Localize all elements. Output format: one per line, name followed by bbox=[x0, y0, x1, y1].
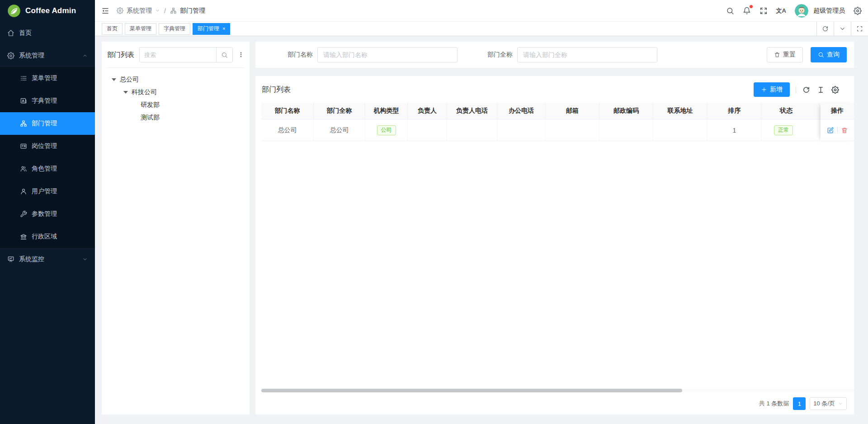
breadcrumb-current: 部门管理 bbox=[180, 7, 205, 15]
tree-search-input[interactable] bbox=[140, 48, 216, 62]
fullscreen-icon[interactable] bbox=[760, 7, 768, 15]
dept-fullname-label: 部门全称 bbox=[487, 51, 513, 59]
department-table: 部门名称 部门全称 机构类型 负责人 负责人电话 办公电话 邮箱 邮政编码 联系… bbox=[261, 103, 854, 141]
settings-gear-icon[interactable] bbox=[854, 7, 862, 15]
user-icon bbox=[20, 188, 27, 195]
department-table-card: 部门列表 新增 bbox=[255, 76, 854, 414]
tree-node-head-office[interactable]: 总公司 bbox=[107, 73, 244, 86]
search-button[interactable]: 查询 bbox=[811, 47, 847, 62]
tree-node-test-dept[interactable]: 测试部 bbox=[107, 111, 244, 124]
department-tree-panel: 部门列表 总公司 科技公司 bbox=[102, 42, 250, 414]
menu-fold-icon[interactable] bbox=[101, 7, 109, 15]
user-avatar[interactable] bbox=[795, 4, 808, 18]
table-row-height-icon[interactable] bbox=[817, 86, 825, 94]
add-button[interactable]: 新增 bbox=[754, 82, 790, 97]
sidebar-submenu-system: 菜单管理 字典管理 部门管理 岗位管理 角色管理 用户管理 bbox=[0, 67, 95, 248]
app-logo: Coffee Admin bbox=[0, 0, 95, 22]
org-type-tag: 公司 bbox=[377, 125, 396, 135]
breadcrumb-parent[interactable]: 系统管理 bbox=[127, 7, 152, 15]
edit-row-icon[interactable] bbox=[827, 127, 834, 134]
tree-node-rd-dept[interactable]: 研发部 bbox=[107, 99, 244, 111]
gear-icon bbox=[117, 7, 123, 14]
username[interactable]: 超级管理员 bbox=[813, 7, 845, 15]
roles-icon bbox=[20, 165, 27, 172]
gear-icon bbox=[7, 52, 14, 59]
pagination-total: 共 1 条数据 bbox=[759, 400, 789, 408]
id-badge-icon bbox=[20, 143, 27, 150]
tabs-refresh-icon[interactable] bbox=[816, 22, 834, 36]
sidebar-item-system-management[interactable]: 系统管理 bbox=[0, 44, 95, 67]
trash-icon bbox=[774, 52, 780, 58]
dept-name-label: 部门名称 bbox=[288, 51, 313, 59]
chevron-down-icon bbox=[82, 257, 88, 262]
filter-form: 部门名称 部门全称 重置 查询 bbox=[255, 42, 854, 68]
chevron-down-icon bbox=[838, 401, 843, 406]
menu-list-icon bbox=[20, 75, 27, 82]
org-chart-icon bbox=[170, 7, 177, 14]
topbar: 系统管理 / 部门管理 文A bbox=[95, 0, 868, 22]
sidebar-item-user-management[interactable]: 用户管理 bbox=[0, 180, 95, 203]
tab-close-icon[interactable]: × bbox=[222, 26, 225, 31]
fixed-operation-column: 操作 bbox=[821, 103, 854, 141]
translate-icon[interactable]: 文A bbox=[776, 7, 786, 15]
col-office-phone: 办公电话 bbox=[497, 103, 546, 119]
search-icon bbox=[818, 52, 824, 58]
search-icon bbox=[221, 52, 228, 58]
col-operation: 操作 bbox=[821, 103, 854, 119]
pagination: 共 1 条数据 1 10 条/页 bbox=[255, 394, 854, 410]
tab-menu-management[interactable]: 菜单管理 bbox=[125, 23, 156, 35]
tabbar: 首页 菜单管理 字典管理 部门管理 × bbox=[95, 22, 868, 36]
sidebar-item-role-management[interactable]: 角色管理 bbox=[0, 157, 95, 180]
tab-department-management[interactable]: 部门管理 × bbox=[193, 23, 230, 35]
tree-search-box bbox=[139, 47, 233, 62]
notification-bell-icon[interactable] bbox=[743, 7, 751, 15]
horizontal-scrollbar-thumb[interactable] bbox=[261, 389, 682, 392]
col-postcode: 邮政编码 bbox=[599, 103, 653, 119]
table-refresh-icon[interactable] bbox=[802, 86, 810, 94]
sidebar: Coffee Admin 首页 系统管理 菜单管理 字典管理 部门管理 bbox=[0, 0, 95, 424]
col-address: 联系地址 bbox=[653, 103, 708, 119]
wrench-icon bbox=[20, 210, 27, 218]
sidebar-item-system-monitor[interactable]: 系统监控 bbox=[0, 248, 95, 271]
sidebar-item-home[interactable]: 首页 bbox=[0, 22, 95, 44]
col-dept-name: 部门名称 bbox=[261, 103, 314, 119]
col-leader: 负责人 bbox=[408, 103, 447, 119]
sidebar-item-dictionary-management[interactable]: 字典管理 bbox=[0, 90, 95, 112]
chevron-down-icon bbox=[155, 8, 160, 13]
tab-dictionary-management[interactable]: 字典管理 bbox=[159, 23, 190, 35]
tree-more-options-icon[interactable] bbox=[238, 51, 244, 58]
table-settings-icon[interactable] bbox=[831, 86, 839, 94]
col-email: 邮箱 bbox=[546, 103, 599, 119]
bank-icon bbox=[20, 233, 27, 240]
tree-search-button[interactable] bbox=[216, 48, 232, 62]
tabs-maximize-icon[interactable] bbox=[851, 22, 868, 36]
monitor-icon bbox=[7, 256, 14, 263]
tree-node-tech-company[interactable]: 科技公司 bbox=[107, 86, 244, 99]
table-row: 总公司 总公司 公司 1 正常 bbox=[261, 119, 854, 141]
dictionary-icon bbox=[20, 97, 27, 105]
tab-home[interactable]: 首页 bbox=[102, 23, 123, 35]
col-org-type: 机构类型 bbox=[365, 103, 408, 119]
sidebar-item-parameter-management[interactable]: 参数管理 bbox=[0, 203, 95, 225]
page-size-select[interactable]: 10 条/页 bbox=[810, 397, 847, 410]
caret-down-icon[interactable] bbox=[112, 78, 116, 81]
tree-panel-title: 部门列表 bbox=[107, 51, 134, 59]
tabs-dropdown-icon[interactable] bbox=[834, 22, 851, 36]
sidebar-item-admin-region[interactable]: 行政区域 bbox=[0, 225, 95, 248]
notification-dot bbox=[750, 5, 753, 8]
caret-down-icon[interactable] bbox=[123, 91, 128, 94]
delete-row-icon[interactable] bbox=[841, 127, 848, 134]
sidebar-item-post-management[interactable]: 岗位管理 bbox=[0, 135, 95, 157]
leaf-logo-icon bbox=[7, 4, 21, 18]
dept-name-input[interactable] bbox=[317, 47, 458, 62]
search-icon[interactable] bbox=[726, 7, 734, 15]
department-tree: 总公司 科技公司 研发部 测试部 bbox=[107, 68, 244, 124]
horizontal-scrollbar bbox=[261, 389, 854, 392]
col-leader-phone: 负责人电话 bbox=[447, 103, 497, 119]
pagination-page-1[interactable]: 1 bbox=[793, 397, 806, 410]
plus-icon bbox=[761, 86, 767, 93]
sidebar-item-menu-management[interactable]: 菜单管理 bbox=[0, 67, 95, 90]
dept-fullname-input[interactable] bbox=[517, 47, 657, 62]
reset-button[interactable]: 重置 bbox=[767, 47, 803, 62]
sidebar-item-department-management[interactable]: 部门管理 bbox=[0, 112, 95, 135]
